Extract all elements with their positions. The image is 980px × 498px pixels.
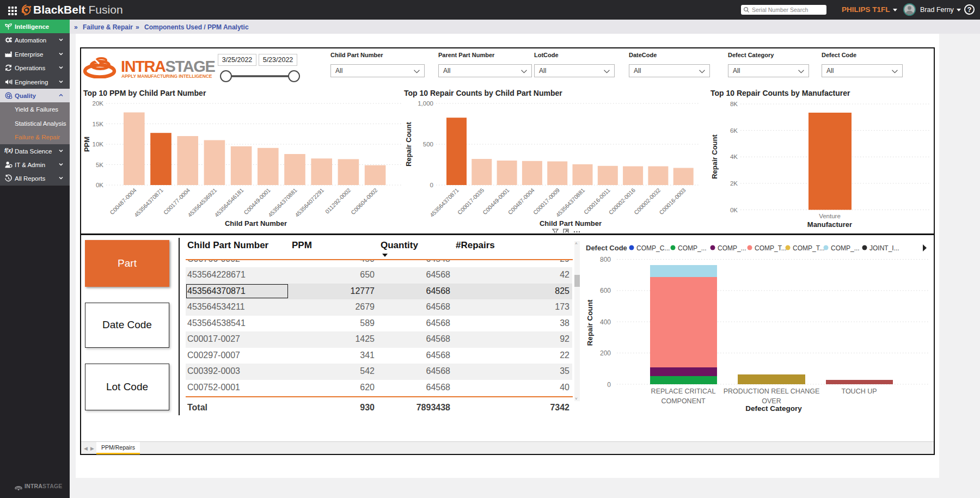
svg-text:C00016-0003: C00016-0003	[658, 187, 687, 216]
svg-text:COMP_T...: COMP_T...	[793, 244, 825, 252]
svg-text:PPM: PPM	[83, 137, 91, 152]
svg-text:0: 0	[607, 381, 611, 389]
svg-text:200: 200	[600, 349, 611, 357]
svg-text:C00487-0004: C00487-0004	[108, 187, 138, 216]
svg-text:800: 800	[600, 256, 611, 263]
svg-text:400: 400	[600, 318, 611, 326]
svg-text:OVER: OVER	[762, 397, 781, 405]
svg-text:10K: 10K	[93, 141, 104, 147]
svg-text:Defect Category: Defect Category	[745, 404, 802, 413]
svg-text:Defect Code: Defect Code	[586, 244, 627, 252]
svg-text:COMP_...: COMP_...	[718, 244, 746, 252]
svg-text:C00604-0002: C00604-0002	[350, 187, 379, 216]
svg-text:COMPONENT: COMPONENT	[661, 397, 706, 405]
svg-text:Venture: Venture	[819, 213, 841, 219]
svg-text:453564370871: 453564370871	[428, 187, 460, 218]
svg-text:Top 10 PPM by Child Part Numbe: Top 10 PPM by Child Part Number	[83, 89, 206, 97]
svg-text:1,000: 1,000	[418, 100, 433, 107]
svg-text:0K: 0K	[96, 182, 103, 188]
svg-text:Repair Count: Repair Count	[586, 299, 594, 346]
svg-text:TOUCH UP: TOUCH UP	[841, 388, 877, 395]
svg-text:0K: 0K	[730, 207, 738, 213]
svg-text:JOINT_I...: JOINT_I...	[869, 244, 899, 252]
svg-text:4K: 4K	[730, 153, 738, 160]
svg-text:Repair Count: Repair Count	[405, 122, 413, 167]
svg-text:453564370871: 453564370871	[133, 187, 164, 218]
svg-text:8K: 8K	[730, 101, 738, 107]
svg-text:011292-0002: 011292-0002	[324, 187, 352, 215]
svg-text:453564546181: 453564546181	[213, 187, 244, 218]
svg-text:C00449-0001: C00449-0001	[242, 187, 272, 216]
svg-text:COMP_C...: COMP_C...	[636, 244, 670, 252]
svg-text:6K: 6K	[730, 127, 738, 134]
svg-text:Child Part Number: Child Part Number	[540, 219, 602, 228]
svg-text:453564072291: 453564072291	[293, 187, 325, 218]
svg-text:20K: 20K	[93, 100, 104, 107]
svg-text:600: 600	[600, 287, 611, 294]
svg-text:REPLACE CRITICAL: REPLACE CRITICAL	[651, 388, 716, 395]
svg-text:COMP_...: COMP_...	[831, 244, 860, 252]
svg-text:PRODUCTION REEL CHANGE: PRODUCTION REEL CHANGE	[724, 388, 820, 395]
svg-text:2K: 2K	[730, 180, 738, 187]
svg-text:Repair Count: Repair Count	[710, 134, 719, 179]
svg-text:COMP_...: COMP_...	[678, 244, 707, 252]
svg-text:Top 10 Repair Counts by Manufa: Top 10 Repair Counts by Manufacturer	[710, 89, 850, 97]
svg-text:Child Part Number: Child Part Number	[225, 219, 287, 228]
svg-text:Top 10 Repair Counts by Child: Top 10 Repair Counts by Child Part Numbe…	[404, 89, 562, 97]
svg-text:500: 500	[423, 141, 433, 147]
svg-text:C00177-0004: C00177-0004	[162, 187, 192, 216]
svg-text:5K: 5K	[96, 162, 103, 168]
svg-text:COMP_T...: COMP_T...	[755, 244, 787, 252]
svg-text:15K: 15K	[93, 121, 104, 127]
svg-text:0: 0	[430, 182, 433, 188]
svg-text:Manufacturer: Manufacturer	[807, 220, 852, 229]
